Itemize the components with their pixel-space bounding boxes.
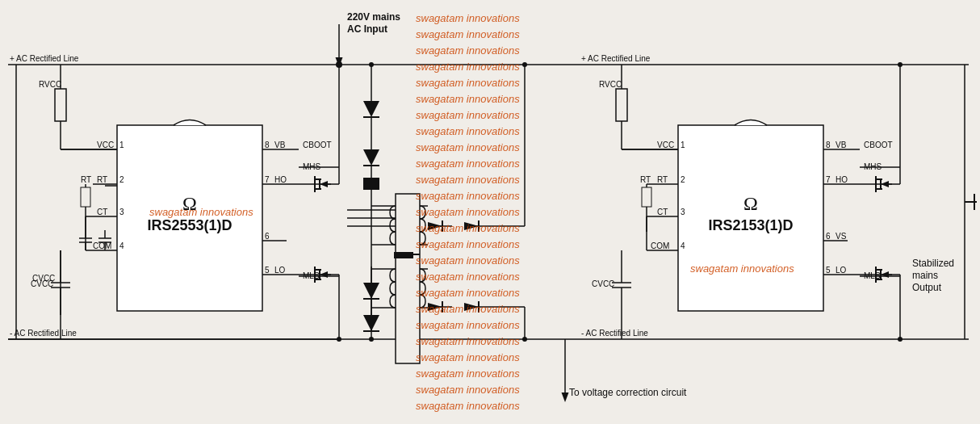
svg-text:CT: CT (97, 208, 107, 216)
svg-text:4: 4 (681, 241, 685, 250)
circuit-diagram: IRS2553(1)D Ω VCC 1 RT 2 CT 3 COM 4 5 LO… (0, 0, 980, 424)
svg-text:- AC Rectified Line: - AC Rectified Line (581, 329, 648, 338)
svg-text:+ AC Rectified Line: + AC Rectified Line (10, 54, 79, 63)
svg-text:3: 3 (681, 208, 685, 216)
svg-point-70 (369, 62, 374, 67)
svg-text:VCC: VCC (97, 141, 114, 149)
svg-text:LO: LO (836, 266, 847, 275)
svg-rect-51 (81, 187, 90, 207)
svg-text:IRS2153(1)D: IRS2153(1)D (708, 217, 793, 233)
svg-text:220V mains: 220V mains (347, 11, 400, 23)
svg-text:8: 8 (265, 141, 270, 149)
svg-text:1: 1 (119, 141, 124, 149)
svg-text:Stabilized: Stabilized (912, 258, 954, 269)
svg-text:HO: HO (274, 175, 287, 184)
svg-text:LO: LO (274, 266, 286, 275)
svg-rect-107 (396, 194, 420, 363)
svg-rect-188 (642, 187, 651, 207)
svg-text:Ω: Ω (182, 193, 197, 214)
svg-text:8: 8 (826, 141, 831, 149)
svg-text:To voltage correction circuit: To voltage correction circuit (569, 387, 687, 398)
svg-text:CBOOT: CBOOT (303, 141, 332, 149)
svg-text:VCC: VCC (657, 141, 674, 149)
svg-text:VB: VB (274, 141, 286, 149)
svg-text:1: 1 (681, 141, 685, 149)
svg-point-133 (337, 62, 341, 67)
svg-rect-147 (616, 89, 627, 121)
svg-point-142 (337, 337, 341, 342)
svg-text:7: 7 (826, 175, 831, 184)
svg-text:VB: VB (836, 141, 847, 149)
svg-text:COM: COM (651, 241, 669, 250)
svg-text:RT: RT (97, 175, 107, 184)
svg-point-123 (522, 337, 527, 342)
svg-text:RT: RT (640, 175, 651, 184)
svg-point-206 (898, 62, 903, 67)
svg-text:6: 6 (826, 232, 831, 241)
svg-text:COM: COM (93, 241, 111, 250)
svg-text:RT: RT (657, 175, 668, 184)
svg-text:5: 5 (265, 266, 270, 275)
svg-text:6: 6 (265, 232, 270, 241)
svg-point-215 (898, 337, 903, 342)
svg-text:3: 3 (119, 208, 124, 216)
svg-text:CVCC: CVCC (592, 279, 614, 288)
svg-point-121 (522, 62, 527, 67)
svg-text:- AC Rectified Line: - AC Rectified Line (10, 329, 77, 338)
svg-text:mains: mains (912, 270, 938, 281)
svg-text:Output: Output (912, 282, 942, 293)
svg-text:7: 7 (265, 175, 270, 184)
svg-point-94 (369, 337, 374, 342)
svg-text:RT: RT (81, 175, 91, 184)
svg-text:2: 2 (681, 175, 685, 184)
svg-text:CT: CT (657, 208, 668, 216)
svg-rect-79 (363, 178, 379, 190)
svg-text:+ AC Rectified Line: + AC Rectified Line (581, 54, 651, 63)
svg-text:IRS2553(1)D: IRS2553(1)D (147, 217, 232, 233)
svg-text:RVCC: RVCC (599, 80, 622, 89)
svg-text:AC Input: AC Input (347, 23, 387, 35)
svg-text:RVCC: RVCC (39, 80, 61, 89)
svg-text:CBOOT: CBOOT (864, 141, 893, 149)
svg-text:2: 2 (119, 175, 124, 184)
svg-text:VS: VS (836, 232, 847, 241)
svg-text:HO: HO (836, 175, 848, 184)
svg-text:5: 5 (826, 266, 831, 275)
svg-rect-5 (55, 89, 66, 121)
svg-text:CVCC: CVCC (31, 279, 53, 288)
svg-text:4: 4 (119, 241, 124, 250)
svg-text:Ω: Ω (743, 193, 758, 214)
svg-rect-109 (394, 252, 413, 258)
